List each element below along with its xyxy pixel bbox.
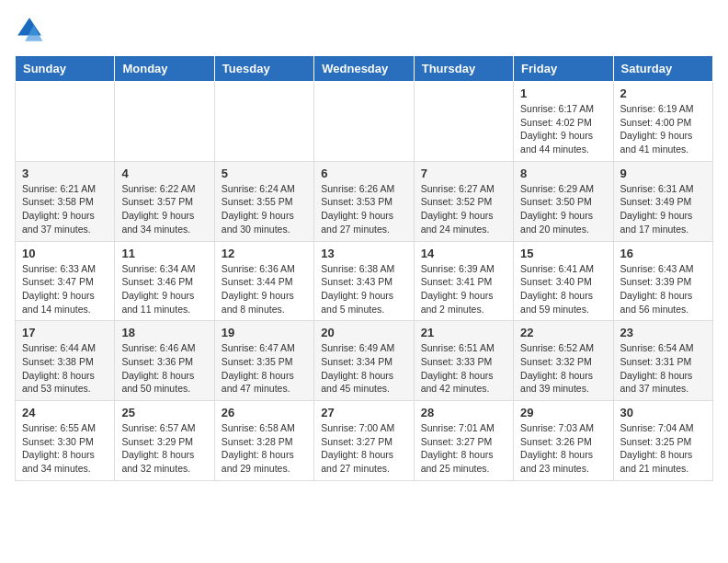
calendar-cell: 27Sunrise: 7:00 AM Sunset: 3:27 PM Dayli…: [314, 401, 414, 481]
calendar-cell: 3Sunrise: 6:21 AM Sunset: 3:58 PM Daylig…: [16, 161, 115, 241]
calendar-cell: 29Sunrise: 7:03 AM Sunset: 3:26 PM Dayli…: [514, 401, 613, 481]
weekday-header: Friday: [514, 56, 613, 82]
day-info: Sunrise: 7:04 AM Sunset: 3:25 PM Dayligh…: [620, 421, 706, 476]
calendar-cell: 1Sunrise: 6:17 AM Sunset: 4:02 PM Daylig…: [514, 82, 613, 162]
day-info: Sunrise: 6:52 AM Sunset: 3:32 PM Dayligh…: [520, 341, 606, 396]
day-number: 2: [620, 86, 706, 100]
day-info: Sunrise: 6:54 AM Sunset: 3:31 PM Dayligh…: [620, 341, 706, 396]
day-info: Sunrise: 6:58 AM Sunset: 3:28 PM Dayligh…: [222, 421, 307, 476]
calendar-cell: 18Sunrise: 6:46 AM Sunset: 3:36 PM Dayli…: [115, 321, 214, 401]
calendar-cell: 24Sunrise: 6:55 AM Sunset: 3:30 PM Dayli…: [16, 401, 115, 481]
day-number: 14: [421, 247, 506, 260]
calendar-cell: 11Sunrise: 6:34 AM Sunset: 3:46 PM Dayli…: [115, 241, 214, 321]
calendar-cell: 23Sunrise: 6:54 AM Sunset: 3:31 PM Dayli…: [613, 321, 712, 401]
calendar-week-row: 24Sunrise: 6:55 AM Sunset: 3:30 PM Dayli…: [16, 401, 713, 481]
calendar-cell: 2Sunrise: 6:19 AM Sunset: 4:00 PM Daylig…: [613, 82, 712, 162]
day-number: 10: [22, 247, 108, 260]
day-number: 11: [121, 247, 207, 260]
logo-icon: [15, 15, 44, 44]
page-header: [15, 15, 713, 44]
day-number: 26: [222, 406, 307, 419]
day-number: 4: [121, 167, 207, 180]
calendar-cell: [314, 82, 414, 162]
day-info: Sunrise: 6:24 AM Sunset: 3:55 PM Dayligh…: [222, 182, 307, 236]
day-number: 7: [421, 167, 506, 180]
day-info: Sunrise: 7:01 AM Sunset: 3:27 PM Dayligh…: [421, 421, 506, 476]
day-number: 19: [222, 326, 307, 339]
calendar-week-row: 3Sunrise: 6:21 AM Sunset: 3:58 PM Daylig…: [16, 161, 713, 241]
calendar-cell: 30Sunrise: 7:04 AM Sunset: 3:25 PM Dayli…: [613, 401, 712, 481]
calendar-cell: 22Sunrise: 6:52 AM Sunset: 3:32 PM Dayli…: [514, 321, 613, 401]
calendar-cell: [115, 82, 214, 162]
day-number: 30: [620, 406, 706, 419]
day-info: Sunrise: 6:31 AM Sunset: 3:49 PM Dayligh…: [620, 182, 706, 236]
day-number: 20: [321, 326, 406, 339]
weekday-header: Thursday: [414, 56, 513, 82]
day-info: Sunrise: 6:36 AM Sunset: 3:44 PM Dayligh…: [222, 262, 307, 316]
day-info: Sunrise: 6:34 AM Sunset: 3:46 PM Dayligh…: [121, 262, 207, 316]
calendar-cell: 7Sunrise: 6:27 AM Sunset: 3:52 PM Daylig…: [414, 161, 513, 241]
day-number: 5: [222, 167, 307, 180]
day-number: 13: [321, 247, 406, 260]
day-info: Sunrise: 6:19 AM Sunset: 4:00 PM Dayligh…: [620, 102, 706, 156]
day-info: Sunrise: 6:47 AM Sunset: 3:35 PM Dayligh…: [222, 341, 307, 396]
day-number: 6: [321, 167, 406, 180]
day-info: Sunrise: 6:55 AM Sunset: 3:30 PM Dayligh…: [22, 421, 108, 476]
day-number: 17: [22, 326, 108, 339]
calendar-cell: 12Sunrise: 6:36 AM Sunset: 3:44 PM Dayli…: [214, 241, 313, 321]
day-number: 23: [620, 326, 706, 339]
day-number: 29: [520, 406, 606, 419]
day-number: 1: [520, 86, 606, 100]
day-info: Sunrise: 6:33 AM Sunset: 3:47 PM Dayligh…: [22, 262, 108, 316]
calendar-week-row: 1Sunrise: 6:17 AM Sunset: 4:02 PM Daylig…: [16, 82, 713, 162]
day-number: 22: [520, 326, 606, 339]
calendar-cell: [214, 82, 313, 162]
day-number: 18: [121, 326, 207, 339]
day-number: 25: [121, 406, 207, 419]
day-info: Sunrise: 6:49 AM Sunset: 3:34 PM Dayligh…: [321, 341, 406, 396]
calendar-cell: 28Sunrise: 7:01 AM Sunset: 3:27 PM Dayli…: [414, 401, 513, 481]
day-info: Sunrise: 6:41 AM Sunset: 3:40 PM Dayligh…: [520, 262, 606, 316]
calendar-cell: 19Sunrise: 6:47 AM Sunset: 3:35 PM Dayli…: [214, 321, 313, 401]
calendar-cell: [414, 82, 513, 162]
calendar-cell: 8Sunrise: 6:29 AM Sunset: 3:50 PM Daylig…: [514, 161, 613, 241]
day-info: Sunrise: 6:43 AM Sunset: 3:39 PM Dayligh…: [620, 262, 706, 316]
day-info: Sunrise: 6:39 AM Sunset: 3:41 PM Dayligh…: [421, 262, 506, 316]
day-info: Sunrise: 6:21 AM Sunset: 3:58 PM Dayligh…: [22, 182, 108, 236]
logo: [15, 15, 48, 44]
calendar-cell: 15Sunrise: 6:41 AM Sunset: 3:40 PM Dayli…: [514, 241, 613, 321]
day-info: Sunrise: 6:51 AM Sunset: 3:33 PM Dayligh…: [421, 341, 506, 396]
calendar-cell: 10Sunrise: 6:33 AM Sunset: 3:47 PM Dayli…: [16, 241, 115, 321]
day-number: 24: [22, 406, 108, 419]
weekday-header: Wednesday: [314, 56, 414, 82]
calendar-week-row: 10Sunrise: 6:33 AM Sunset: 3:47 PM Dayli…: [16, 241, 713, 321]
weekday-header: Monday: [115, 56, 214, 82]
calendar-header-row: SundayMondayTuesdayWednesdayThursdayFrid…: [16, 56, 713, 82]
calendar-cell: 17Sunrise: 6:44 AM Sunset: 3:38 PM Dayli…: [16, 321, 115, 401]
weekday-header: Sunday: [16, 56, 115, 82]
day-number: 27: [321, 406, 406, 419]
calendar-cell: 4Sunrise: 6:22 AM Sunset: 3:57 PM Daylig…: [115, 161, 214, 241]
calendar-cell: 21Sunrise: 6:51 AM Sunset: 3:33 PM Dayli…: [414, 321, 513, 401]
day-number: 28: [421, 406, 506, 419]
calendar-cell: 6Sunrise: 6:26 AM Sunset: 3:53 PM Daylig…: [314, 161, 414, 241]
day-number: 3: [22, 167, 108, 180]
calendar-cell: 13Sunrise: 6:38 AM Sunset: 3:43 PM Dayli…: [314, 241, 414, 321]
calendar-cell: [16, 82, 115, 162]
calendar-week-row: 17Sunrise: 6:44 AM Sunset: 3:38 PM Dayli…: [16, 321, 713, 401]
day-number: 16: [620, 247, 706, 260]
day-number: 8: [520, 167, 606, 180]
day-number: 15: [520, 247, 606, 260]
calendar-cell: 16Sunrise: 6:43 AM Sunset: 3:39 PM Dayli…: [613, 241, 712, 321]
day-number: 9: [620, 167, 706, 180]
weekday-header: Saturday: [613, 56, 712, 82]
calendar-cell: 20Sunrise: 6:49 AM Sunset: 3:34 PM Dayli…: [314, 321, 414, 401]
day-info: Sunrise: 7:03 AM Sunset: 3:26 PM Dayligh…: [520, 421, 606, 476]
calendar-cell: 25Sunrise: 6:57 AM Sunset: 3:29 PM Dayli…: [115, 401, 214, 481]
day-info: Sunrise: 6:38 AM Sunset: 3:43 PM Dayligh…: [321, 262, 406, 316]
day-info: Sunrise: 7:00 AM Sunset: 3:27 PM Dayligh…: [321, 421, 406, 476]
calendar-table: SundayMondayTuesdayWednesdayThursdayFrid…: [15, 55, 713, 481]
weekday-header: Tuesday: [214, 56, 313, 82]
day-info: Sunrise: 6:57 AM Sunset: 3:29 PM Dayligh…: [121, 421, 207, 476]
calendar-cell: 14Sunrise: 6:39 AM Sunset: 3:41 PM Dayli…: [414, 241, 513, 321]
